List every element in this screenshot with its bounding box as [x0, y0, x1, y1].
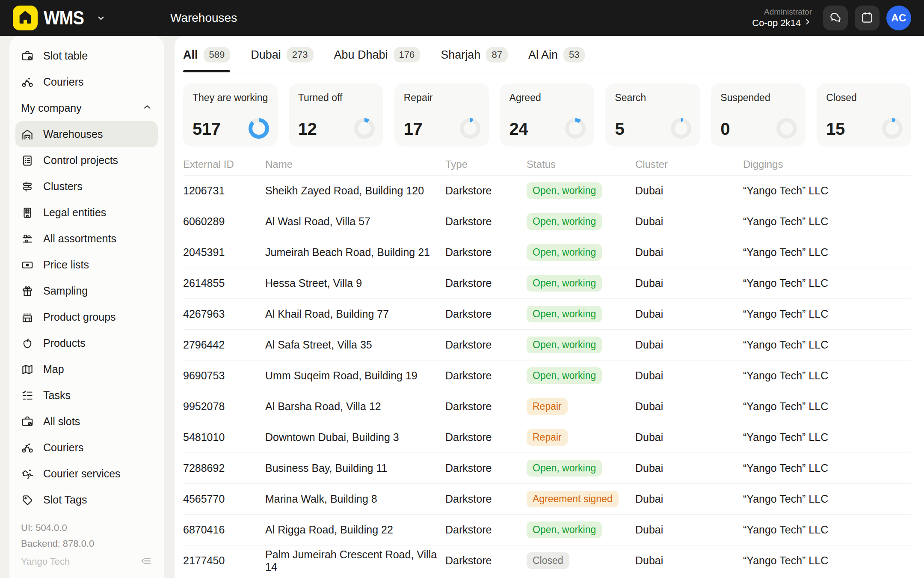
wms-logo[interactable]: [13, 6, 38, 30]
table-row[interactable]: 2177450 Palm Jumeirah Crescent Road, Vil…: [183, 545, 911, 576]
cell-type: Darkstore: [445, 277, 527, 289]
cell-external-id: 5481010: [183, 431, 265, 444]
sidebar-item-couriers-2[interactable]: Couriers: [15, 435, 158, 461]
status-card-value: 517: [192, 119, 220, 139]
courier-house-icon: [21, 468, 34, 480]
cell-name: Marina Walk, Building 8: [265, 493, 445, 505]
table-row[interactable]: 6060289 Al Wasl Road, Villa 57 Darkstore…: [183, 206, 911, 237]
sidebar-section-my-company[interactable]: My company: [15, 95, 158, 121]
collapse-sidebar-button[interactable]: [139, 554, 152, 569]
cell-name: Hessa Street, Villa 9: [265, 277, 445, 289]
status-badge: Open, working: [527, 182, 602, 199]
sidebar-item-label: All slots: [43, 415, 80, 428]
sidebar: Slot table Couriers My company Warehouse…: [9, 36, 164, 578]
table-row[interactable]: 7288692 Business Bay, Building 11 Darkst…: [183, 453, 911, 484]
sidebar-item-slot-table[interactable]: Slot table: [15, 43, 158, 69]
sidebar-item-label: Legal entities: [43, 206, 106, 219]
tab-abu-dhabi[interactable]: Abu Dhabi 176: [334, 47, 421, 72]
tab-count-badge: 273: [287, 47, 314, 63]
status-card-closed[interactable]: Closed 15: [817, 83, 911, 146]
sidebar-item-legal-entities[interactable]: Legal entities: [15, 200, 158, 226]
tab-sharjah[interactable]: Sharjah 87: [441, 47, 508, 72]
cell-type: Darkstore: [445, 493, 527, 505]
table-row[interactable]: 5481010 Downtown Dubai, Building 3 Darks…: [183, 422, 911, 453]
table-row[interactable]: 6870416 Al Rigga Road, Building 22 Darks…: [183, 515, 911, 545]
cell-cluster: Dubai: [635, 339, 743, 351]
cell-external-id: 6870416: [183, 524, 265, 536]
tab-label: Sharjah: [441, 48, 480, 62]
signpost-icon: [21, 180, 34, 193]
cell-type: Darkstore: [445, 185, 527, 197]
cell-cluster: Dubai: [635, 308, 743, 320]
table-row[interactable]: 2045391 Jumeirah Beach Road, Building 21…: [183, 237, 911, 268]
app-screen: WMS Warehouses Administrator Co-op 2k14: [0, 0, 924, 578]
sidebar-item-all-assortments[interactable]: All assortments: [15, 226, 158, 252]
backend-version: Backend: 878.0.0: [21, 536, 152, 551]
tab-dubai[interactable]: Dubai 273: [251, 47, 313, 72]
chevron-down-icon[interactable]: [95, 12, 107, 24]
sidebar-item-map[interactable]: Map: [15, 356, 158, 382]
sidebar-item-product-groups[interactable]: Product groups: [15, 304, 158, 330]
table-row[interactable]: 4565770 Marina Walk, Building 8 Darkstor…: [183, 484, 911, 515]
status-badge: Open, working: [527, 244, 602, 261]
sidebar-item-warehouses[interactable]: Warehouses: [15, 121, 158, 147]
chevron-up-icon: [142, 102, 152, 115]
sidebar-item-price-lists[interactable]: Price lists: [15, 252, 158, 278]
checklist-icon: [21, 389, 34, 402]
cell-name: Jumeirah Beach Road, Building 21: [265, 246, 445, 259]
table-row[interactable]: 2796442 Al Safa Street, Villa 35 Darksto…: [183, 330, 911, 361]
cell-type: Darkstore: [445, 554, 527, 567]
cell-cluster: Dubai: [635, 524, 743, 536]
cell-diggings: “Yango Tech” LLC: [743, 246, 911, 259]
briefcase-clock-icon: [21, 415, 34, 428]
sidebar-item-label: Slot Tags: [43, 494, 87, 506]
sidebar-item-all-slots[interactable]: All slots: [15, 408, 158, 435]
table-row[interactable]: 4267963 Al Khail Road, Building 77 Darks…: [183, 299, 911, 330]
cell-name: Palm Jumeirah Crescent Road, Villa 14: [265, 548, 445, 573]
status-card-suspended[interactable]: Suspended 0: [711, 83, 806, 146]
city-tabs: All 589 Dubai 273 Abu Dhabi 176 Sharjah …: [183, 36, 911, 72]
sidebar-item-couriers[interactable]: Couriers: [15, 69, 158, 95]
calendar-button[interactable]: [855, 6, 880, 30]
status-card-turned-off[interactable]: Turned off 12: [289, 83, 383, 146]
cell-external-id: 7288692: [183, 462, 265, 474]
sidebar-item-sampling[interactable]: Sampling: [15, 278, 158, 304]
donut-chart: [565, 118, 586, 139]
sidebar-item-label: Tasks: [43, 389, 71, 402]
status-card-agreed[interactable]: Agreed 24: [500, 83, 595, 146]
sidebar-item-label: Control projects: [43, 154, 118, 167]
cell-diggings: “Yango Tech” LLC: [743, 308, 911, 320]
status-card-title: They are working: [192, 92, 268, 104]
cell-type: Darkstore: [445, 369, 527, 382]
column-header-status: Status: [527, 158, 635, 170]
status-card-search[interactable]: Search 5: [605, 83, 700, 146]
status-card-title: Agreed: [509, 92, 585, 104]
sidebar-item-label: Couriers: [43, 441, 83, 454]
sidebar-top-group: Slot table Couriers: [15, 43, 158, 95]
chat-button[interactable]: [823, 6, 848, 30]
table-row[interactable]: 1206731 Sheikh Zayed Road, Building 120 …: [183, 176, 911, 206]
sidebar-item-clusters[interactable]: Clusters: [15, 173, 158, 200]
sidebar-item-control-projects[interactable]: Control projects: [15, 147, 158, 173]
avatar[interactable]: AC: [886, 6, 911, 30]
status-badge: Open, working: [527, 275, 602, 292]
status-card-repair[interactable]: Repair 17: [394, 83, 489, 146]
status-card-they-are-working[interactable]: They are working 517: [183, 83, 278, 146]
sidebar-item-label: Couriers: [43, 76, 83, 88]
status-badge: Open, working: [527, 367, 602, 384]
cell-name: Downtown Dubai, Building 3: [265, 431, 445, 444]
company-switcher[interactable]: Co-op 2k14: [752, 17, 812, 29]
tab-al-ain[interactable]: Al Ain 53: [528, 47, 585, 72]
table-row[interactable]: 2614855 Hessa Street, Villa 9 Darkstore …: [183, 268, 911, 299]
table-row[interactable]: 9952078 Al Barsha Road, Villa 12 Darksto…: [183, 391, 911, 422]
sidebar-item-products[interactable]: Products: [15, 330, 158, 356]
company-name: Co-op 2k14: [752, 17, 801, 29]
table-row[interactable]: 9690753 Umm Suqeim Road, Building 19 Dar…: [183, 361, 911, 391]
tab-all[interactable]: All 589: [183, 47, 230, 72]
sidebar-item-slot-tags[interactable]: Slot Tags: [15, 487, 158, 513]
cell-diggings: “Yango Tech” LLC: [743, 400, 911, 413]
sidebar-item-courier-services[interactable]: Courier services: [15, 461, 158, 487]
cell-name: Sheikh Zayed Road, Building 120: [265, 185, 445, 197]
workspace: Slot table Couriers My company Warehouse…: [0, 36, 924, 578]
sidebar-item-tasks[interactable]: Tasks: [15, 382, 158, 408]
